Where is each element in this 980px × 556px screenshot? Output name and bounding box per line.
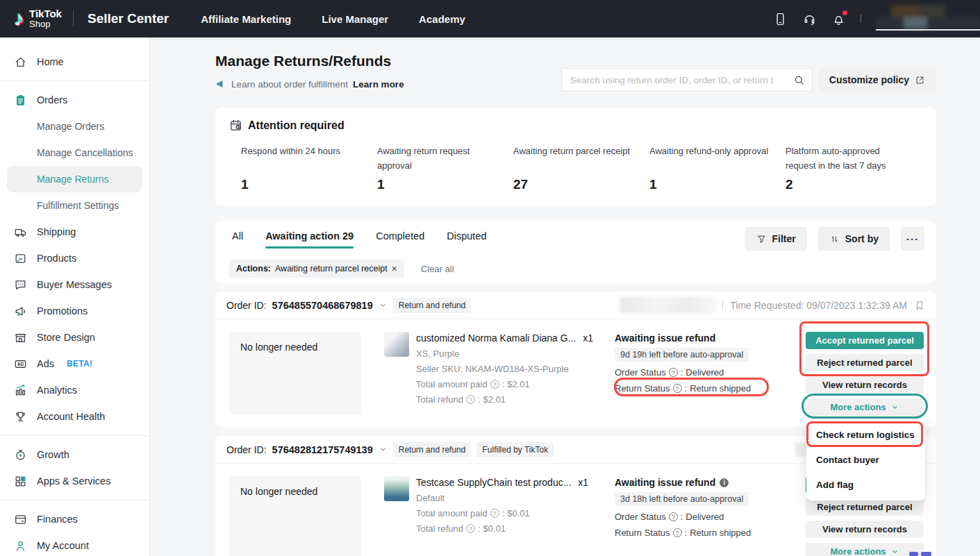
menu-item-check-return-logistics[interactable]: Check return logistics xyxy=(806,422,925,447)
product-name[interactable]: Testcase SupplyChain test produc... xyxy=(416,477,571,488)
chevron-down-icon[interactable] xyxy=(379,445,388,454)
notification-dot xyxy=(842,10,847,15)
tiktok-shop-logo[interactable]: ♪ TikTok Shop xyxy=(14,8,62,30)
svg-text:AD: AD xyxy=(17,362,24,367)
product-name[interactable]: customized Norma Kamali Diana G... xyxy=(416,332,576,344)
more-actions-button[interactable]: More actions xyxy=(806,398,924,416)
stat-value[interactable]: 1 xyxy=(649,177,657,192)
filter-chip-actions[interactable]: Actions: Awaiting return parcel receipt … xyxy=(229,260,404,278)
menu-item-contact-buyer[interactable]: Contact buyer xyxy=(806,447,925,472)
product-variant: XS, Purple xyxy=(416,348,608,359)
nav-live-manager[interactable]: Live Manager xyxy=(322,13,388,25)
announcement-megaphone-icon xyxy=(215,78,226,90)
tab-completed[interactable]: Completed xyxy=(376,230,424,248)
view-return-records-button[interactable]: View return records xyxy=(806,521,924,538)
support-headset-icon[interactable] xyxy=(802,12,817,26)
return-status-column: Awaiting issue refund i 3d 18h left befo… xyxy=(615,476,806,556)
amount-paid-line: Total amount paid ? : $0.01 xyxy=(416,508,608,519)
sidebar-divider xyxy=(0,435,149,436)
sidebar-item-fulfillment-settings[interactable]: Fulfillment Settings xyxy=(0,192,149,219)
learn-more-link[interactable]: Learn more xyxy=(353,79,404,90)
more-actions-button[interactable]: More actions xyxy=(806,543,924,556)
question-circle-icon[interactable]: ? xyxy=(669,368,678,377)
sidebar-item-home[interactable]: Home xyxy=(0,49,149,75)
home-icon xyxy=(14,56,27,69)
filter-button[interactable]: Filter xyxy=(745,227,807,251)
stat-awaiting-request-approval: Awaiting return request approval 1 xyxy=(377,144,513,200)
menu-item-add-flag[interactable]: Add flag xyxy=(806,472,925,497)
customize-policy-button[interactable]: Customize policy xyxy=(818,68,936,92)
stat-value[interactable]: 2 xyxy=(786,177,793,192)
sidebar-item-apps-services[interactable]: Apps & Services xyxy=(0,468,149,494)
page-title: Manage Returns/Refunds xyxy=(215,53,404,69)
sidebar-item-growth[interactable]: Growth xyxy=(0,441,149,468)
sidebar: Home Orders Manage Orders Manage Cancell… xyxy=(0,37,150,556)
search-input[interactable] xyxy=(570,75,793,85)
person-icon xyxy=(14,539,27,553)
stat-value[interactable]: 1 xyxy=(377,177,385,192)
beta-badge: BETA! xyxy=(67,359,92,369)
sidebar-item-store-design[interactable]: Store Design xyxy=(0,324,149,351)
sidebar-item-promotions[interactable]: Promotions xyxy=(0,298,149,324)
bookmark-icon[interactable] xyxy=(914,300,925,311)
sidebar-item-finances[interactable]: Finances xyxy=(0,506,149,532)
return-status-line: Return Status ? : Return shipped xyxy=(615,383,806,394)
sidebar-item-ads[interactable]: AD Ads BETA! xyxy=(0,351,149,377)
status-title: Awaiting issue refund i xyxy=(615,477,806,488)
seller-center-brand[interactable]: Seller Center xyxy=(88,11,169,26)
tag-return-and-refund: Return and refund xyxy=(393,442,472,457)
stat-value[interactable]: 1 xyxy=(241,177,249,192)
reject-returned-parcel-button[interactable]: Reject returned parcel xyxy=(806,498,924,516)
chevron-down-icon[interactable] xyxy=(379,301,388,310)
sidebar-item-products[interactable]: Products xyxy=(0,245,149,271)
notifications-bell-icon[interactable] xyxy=(831,12,846,26)
info-circle-icon[interactable]: i xyxy=(720,478,729,487)
question-circle-icon[interactable]: ? xyxy=(673,384,682,393)
view-return-records-button[interactable]: View return records xyxy=(806,376,924,394)
sidebar-item-manage-cancellations[interactable]: Manage Cancellations xyxy=(0,140,149,166)
search-box[interactable] xyxy=(561,68,813,92)
product-image[interactable] xyxy=(384,476,409,501)
tab-all[interactable]: All xyxy=(232,230,243,248)
chip-close-icon[interactable]: × xyxy=(392,264,397,273)
attention-required-panel: Attention required Respond within 24 hou… xyxy=(215,108,936,205)
tab-awaiting-action[interactable]: Awaiting action 29 xyxy=(265,230,354,248)
tab-disputed[interactable]: Disputed xyxy=(447,230,486,248)
tag-return-and-refund: Return and refund xyxy=(393,298,472,313)
product-qty: x1 xyxy=(583,332,593,344)
clear-all-link[interactable]: Clear all xyxy=(421,264,454,274)
storefront-icon xyxy=(14,331,27,344)
reject-returned-parcel-button[interactable]: Reject returned parcel xyxy=(806,354,924,371)
question-circle-icon[interactable]: ? xyxy=(466,524,475,533)
stat-value[interactable]: 27 xyxy=(513,177,528,192)
sidebar-item-manage-orders[interactable]: Manage Orders xyxy=(0,113,149,140)
question-circle-icon[interactable]: ? xyxy=(490,380,499,389)
status-title: Awaiting issue refund xyxy=(615,332,806,344)
nav-affiliate-marketing[interactable]: Affiliate Marketing xyxy=(201,13,291,25)
account-info-redacted[interactable] xyxy=(876,0,980,37)
mobile-app-icon[interactable] xyxy=(773,12,788,26)
accept-returned-parcel-button[interactable]: Accept returned parcel xyxy=(806,332,924,349)
product-image[interactable] xyxy=(384,332,409,357)
question-circle-icon[interactable]: ? xyxy=(669,512,678,521)
sidebar-item-my-account[interactable]: My Account xyxy=(0,532,149,556)
sidebar-item-buyer-messages[interactable]: Buyer Messages xyxy=(0,271,149,298)
search-icon[interactable] xyxy=(793,74,805,86)
sort-icon xyxy=(829,234,840,244)
nav-academy[interactable]: Academy xyxy=(419,13,465,25)
question-circle-icon[interactable]: ? xyxy=(673,528,682,537)
question-circle-icon[interactable]: ? xyxy=(466,395,475,404)
question-circle-icon[interactable]: ? xyxy=(490,509,499,518)
returns-list-panel: All Awaiting action 29 Completed Dispute… xyxy=(215,221,936,283)
stat-awaiting-parcel-receipt: Awaiting return parcel receipt 27 xyxy=(513,144,649,200)
sidebar-item-shipping[interactable]: Shipping xyxy=(0,219,149,245)
product-variant: Default xyxy=(416,493,608,503)
sidebar-item-manage-returns[interactable]: Manage Returns xyxy=(7,166,142,192)
sidebar-item-account-health[interactable]: Account Health xyxy=(0,403,149,430)
sidebar-item-orders[interactable]: Orders xyxy=(0,87,149,113)
more-options-button[interactable]: ··· xyxy=(901,227,924,251)
funnel-icon xyxy=(756,234,767,244)
sort-by-button[interactable]: Sort by xyxy=(818,227,890,251)
analytics-icon xyxy=(14,384,27,397)
sidebar-item-analytics[interactable]: Analytics xyxy=(0,377,149,403)
